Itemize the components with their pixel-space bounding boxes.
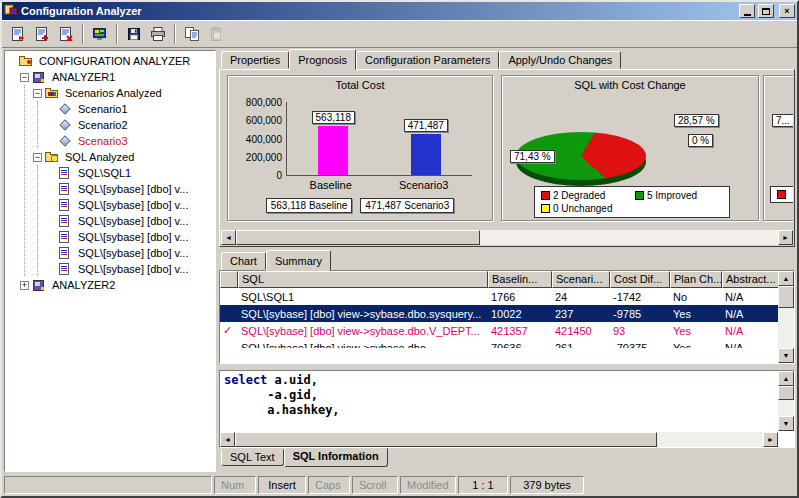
app-window: Configuration Analyzer × CONFIGURATION A… [0, 0, 799, 498]
status-379-bytes: 379 bytes [510, 476, 584, 494]
scroll-up-icon[interactable]: ▲ [778, 271, 794, 286]
tree-item[interactable]: CONFIGURATION ANALYZER [5, 53, 215, 69]
column-header[interactable]: Baselin... [488, 271, 552, 288]
chart-summary-tabs: Chart Summary [221, 251, 331, 270]
column-header[interactable]: Scenari... [552, 271, 610, 288]
sql-item-icon [58, 199, 73, 212]
tree-item[interactable]: SQL\[sybase] [dbo] v... [5, 181, 215, 197]
tab-properties[interactable]: Properties [221, 51, 289, 69]
options-button[interactable] [88, 23, 112, 46]
column-header[interactable]: SQL [238, 271, 488, 288]
bar-chart-legend: 563,118 Baseline 471,487 Scenario3 [234, 198, 486, 213]
tree-item[interactable]: SQL\SQL1 [5, 165, 215, 181]
collapse-icon[interactable]: − [33, 89, 42, 98]
table-vscrollbar[interactable]: ▲ ▼ [778, 271, 794, 363]
open-analyzer-icon [34, 26, 51, 42]
chart-title: SQL with Cost Change [502, 79, 758, 91]
new-analyzer-button[interactable] [6, 23, 30, 46]
collapse-icon[interactable]: − [20, 73, 29, 82]
unchanged-swatch-icon [541, 204, 550, 213]
scroll-thumb[interactable] [778, 386, 794, 400]
tree-item[interactable]: +ANALYZER2 [5, 277, 215, 293]
scroll-thumb[interactable] [236, 230, 480, 245]
scroll-right-icon[interactable]: ► [763, 432, 778, 447]
main-tabs: Properties Prognosis Configuration Param… [221, 48, 621, 69]
scroll-down-icon[interactable]: ▼ [778, 416, 794, 431]
sql-item-icon [58, 183, 73, 196]
table-cell: Yes [670, 308, 722, 320]
minimize-button[interactable] [739, 4, 755, 18]
analyzer-tree[interactable]: CONFIGURATION ANALYZER−ANALYZER1−Scenari… [4, 50, 216, 472]
pie-label-degraded: 28,57 % [674, 114, 719, 127]
tab-prognosis[interactable]: Prognosis [289, 49, 356, 70]
maximize-icon [762, 8, 770, 15]
sql-text-panel: select a.uid, -a.gid, a.hashkey, ▲ ▼ ◄ ► [219, 370, 795, 448]
copy-button[interactable] [180, 23, 204, 46]
expand-icon[interactable]: + [20, 281, 29, 290]
scroll-left-icon[interactable]: ◄ [221, 230, 236, 245]
table-row[interactable]: SQL\SQL1176624-1742NoN/A [220, 288, 778, 305]
tree-item[interactable]: SQL\[sybase] [dbo] v... [5, 245, 215, 261]
print-button[interactable] [146, 23, 170, 46]
scenario3-bar [411, 134, 441, 175]
copy-icon [184, 26, 200, 42]
tree-item-label: SQL\[sybase] [dbo] v... [76, 215, 190, 227]
tab-sql-text[interactable]: SQL Text [221, 449, 284, 466]
degraded-swatch-icon [541, 191, 550, 200]
table-cell: 10022 [488, 308, 552, 320]
charts-hscrollbar[interactable]: ◄ ► [221, 230, 793, 245]
tree-item[interactable]: −SQL Analyzed [5, 149, 215, 165]
column-header[interactable]: Cost Dif... [610, 271, 670, 288]
scroll-thumb[interactable] [235, 432, 657, 447]
save-button[interactable] [122, 23, 146, 46]
tree-item[interactable]: SQL\[sybase] [dbo] v... [5, 229, 215, 245]
tab-chart[interactable]: Chart [221, 252, 266, 270]
tree-item[interactable]: −Scenarios Analyzed [5, 85, 215, 101]
table-header: SQLBaselin...Scenari...Cost Dif...Plan C… [220, 271, 778, 288]
tree-item-label: SQL\[sybase] [dbo] v... [76, 199, 190, 211]
sql-text[interactable]: select a.uid, -a.gid, a.hashkey, [224, 373, 776, 431]
scenario-icon [58, 103, 73, 116]
table-row[interactable]: ✓SQL\[sybase] [dbo] view->sybase.dbo.V_D… [220, 322, 778, 339]
status-scroll: Scroll [352, 476, 398, 494]
analyzer-icon [32, 279, 47, 292]
scroll-left-icon[interactable]: ◄ [220, 432, 235, 447]
scroll-up-icon[interactable]: ▲ [778, 371, 794, 386]
tree-item[interactable]: SQL\[sybase] [dbo] v... [5, 261, 215, 277]
table-row[interactable]: SQL\[sybase] [dbo] view->sybase.dbo.sysq… [220, 305, 778, 322]
sql-item-icon [58, 231, 73, 244]
scroll-right-icon[interactable]: ► [778, 230, 793, 245]
toolbar-separator [82, 24, 84, 44]
tab-sql-information[interactable]: SQL Information [284, 448, 388, 467]
paste-button[interactable] [204, 23, 228, 46]
collapse-icon[interactable]: − [33, 153, 42, 162]
column-header[interactable] [220, 271, 238, 288]
maximize-button[interactable] [758, 4, 774, 18]
open-analyzer-button[interactable] [30, 23, 54, 46]
tree-item[interactable]: SQL\[sybase] [dbo] v... [5, 197, 215, 213]
tree-item[interactable]: Scenario3 [5, 133, 215, 149]
tab-apply-undo-changes[interactable]: Apply/Undo Changes [499, 51, 621, 69]
tab-summary[interactable]: Summary [266, 250, 331, 271]
tree-item[interactable]: SQL\[sybase] [dbo] v... [5, 213, 215, 229]
tab-configuration-parameters[interactable]: Configuration Parameters [356, 51, 499, 69]
tree-item[interactable]: Scenario1 [5, 101, 215, 117]
delete-analyzer-button[interactable] [54, 23, 78, 46]
tree-item-label: SQL\[sybase] [dbo] v... [76, 183, 190, 195]
status-modified: Modified [400, 476, 456, 494]
partial-legend [770, 186, 793, 203]
summary-table: SQLBaselin...Scenari...Cost Dif...Plan C… [219, 270, 795, 364]
prognosis-charts-panel: Total Cost 800,000 600,000 400,000 200,0… [219, 69, 795, 247]
column-header[interactable]: Plan Ch... [670, 271, 722, 288]
scenario-icon [58, 119, 73, 132]
tree-item[interactable]: −ANALYZER1 [5, 69, 215, 85]
sql-vscrollbar[interactable]: ▲ ▼ [778, 371, 794, 431]
sql-hscrollbar[interactable]: ◄ ► [220, 432, 778, 447]
tree-item-label: CONFIGURATION ANALYZER [37, 55, 192, 67]
tree-item[interactable]: Scenario2 [5, 117, 215, 133]
table-cell: Yes [670, 342, 722, 349]
scroll-down-icon[interactable]: ▼ [778, 348, 794, 363]
scroll-thumb[interactable] [778, 286, 794, 308]
table-row[interactable]: SQL\[sybase] [dbo] view->sybase.dbo....7… [220, 339, 778, 348]
close-button[interactable]: × [779, 4, 795, 18]
